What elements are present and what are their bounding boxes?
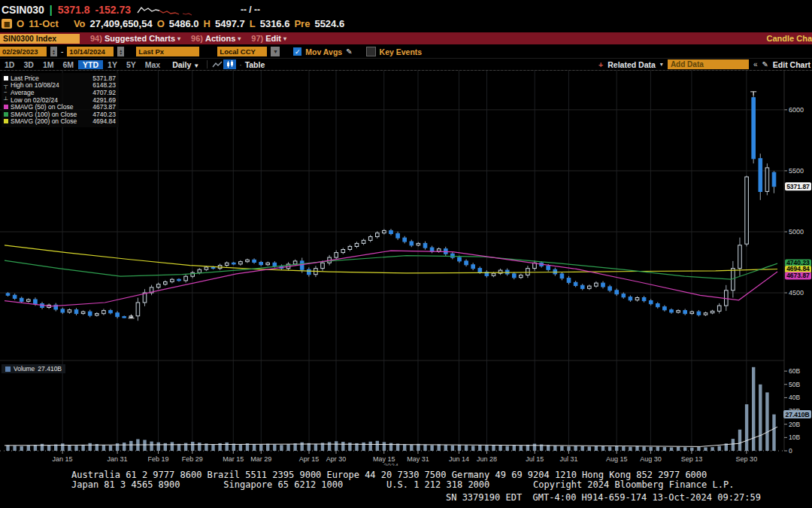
tick-indicator: |	[50, 4, 53, 16]
legend-row[interactable]: Last Price5371.87	[4, 75, 116, 82]
period-tab-1m[interactable]: 1M	[38, 60, 59, 69]
related-data-button[interactable]: Related Data	[607, 60, 656, 69]
volume-legend[interactable]: Volume 27.410B	[2, 364, 65, 373]
svg-text:Sep 30: Sep 30	[736, 455, 758, 463]
legend-row[interactable]: −Average4707.92	[4, 89, 116, 96]
period-tab-3d[interactable]: 3D	[19, 60, 38, 69]
svg-text:Jun 14: Jun 14	[449, 455, 469, 463]
svg-text:Jun 28: Jun 28	[477, 455, 497, 463]
svg-text:Sep 13: Sep 13	[681, 455, 703, 463]
legend-label: Average	[11, 89, 87, 96]
svg-text:Feb 29: Feb 29	[182, 455, 203, 463]
prev-value: 5524.6	[314, 18, 344, 29]
svg-text:Apr 15: Apr 15	[299, 455, 320, 463]
svg-text:4673.87: 4673.87	[786, 272, 810, 279]
period-tab-1y[interactable]: 1Y	[103, 60, 122, 69]
date-to-input[interactable]	[67, 47, 114, 56]
date-spinner[interactable]: ▲▼	[50, 47, 57, 56]
legend-label: High on 10/08/24	[11, 81, 87, 89]
smavg-line	[5, 256, 777, 280]
add-data-input[interactable]	[668, 59, 749, 69]
chevron-down-icon: ▾	[283, 35, 286, 42]
prev-label: Pre	[294, 18, 310, 29]
svg-text:40B: 40B	[789, 394, 800, 401]
legend-label: SMAVG (100) on Close	[11, 111, 87, 118]
line-chart-icon[interactable]	[211, 59, 223, 69]
mov-avgs-checkbox[interactable]: ✓	[293, 47, 301, 56]
quote-bar: CSIN030 | 5371.8 -152.73 -- / -- ▦ O 11-…	[0, 0, 812, 32]
menu-number: 96)	[191, 34, 203, 43]
svg-text:6000: 6000	[789, 106, 804, 114]
last-price: 5371.8	[58, 4, 90, 16]
table-button[interactable]: Table	[245, 60, 265, 69]
candlestick-chart[interactable]: Jan 15Jan 31Feb 19Feb 29Mar 15Mar 29Apr …	[0, 71, 812, 466]
date-from-input[interactable]	[0, 47, 47, 56]
legend-row[interactable]: SMAVG (100) on Close4740.23	[4, 111, 116, 118]
legend-label: Last Price	[11, 75, 87, 82]
high-label: H	[204, 18, 211, 29]
period-tab-max[interactable]: Max	[141, 60, 165, 69]
series-marker-icon: −	[4, 89, 11, 96]
grid-layer	[0, 71, 784, 451]
low-label: L	[250, 18, 256, 29]
legend-row[interactable]: SMAVG (50) on Close4673.87	[4, 103, 116, 111]
menu-label: Actions	[205, 34, 235, 43]
price-field-select[interactable]	[136, 47, 199, 56]
key-events-checkbox[interactable]	[366, 47, 376, 56]
menu-number: 97)	[251, 34, 263, 43]
legend-value: 4694.84	[87, 117, 116, 125]
legend-value: 4740.23	[87, 111, 116, 118]
menu-suggested-charts[interactable]: 94) Suggested Charts ▾	[90, 34, 180, 43]
period-tab-row: 1D3D1M6MYTD1Y5YMax Daily ▼ · Table + Rel…	[0, 59, 812, 71]
collapse-icon[interactable]: «	[753, 60, 758, 68]
command-bar: 94) Suggested Charts ▾ 96) Actions ▾ 97)…	[0, 32, 812, 44]
intraday-sparkline-icon	[136, 5, 196, 16]
svg-text:Feb 19: Feb 19	[148, 455, 169, 463]
monitor-icon[interactable]: ▦	[2, 19, 12, 29]
candle-chart-icon[interactable]	[223, 59, 236, 69]
footer-session-line: SN 3379190 EDT GMT-4:00 H914-659-174 13-…	[446, 492, 761, 503]
chevron-down-icon: ▾	[660, 61, 663, 68]
svg-text:Jan 31: Jan 31	[108, 455, 128, 463]
mov-avgs-label: Mov Avgs	[305, 47, 342, 56]
period-tab-6m[interactable]: 6M	[58, 60, 78, 69]
legend-value: 4707.92	[87, 89, 116, 96]
pencil-icon[interactable]: ✎	[346, 47, 352, 56]
legend-value: 6148.23	[87, 81, 116, 89]
menu-label: Edit	[265, 34, 281, 43]
currency-select[interactable]	[217, 47, 267, 56]
menu-actions[interactable]: 96) Actions ▾	[191, 34, 241, 43]
edit-chart-button[interactable]: Edit Chart	[773, 60, 810, 69]
quote-line-1: CSIN030 | 5371.8 -152.73 -- / --	[2, 4, 260, 16]
legend-row[interactable]: ┬High on 10/08/246148.23	[4, 82, 116, 90]
volume-label: Vo	[74, 18, 86, 29]
security-input[interactable]	[0, 34, 80, 44]
key-events-label: Key Events	[380, 47, 423, 56]
pencil-icon: ✎	[762, 60, 768, 68]
period-tab-1d[interactable]: 1D	[0, 60, 19, 69]
svg-text:60B: 60B	[789, 367, 800, 375]
legend-row[interactable]: SMAVG (200) on Close4694.84	[4, 118, 116, 126]
price-change: -152.73	[95, 4, 131, 16]
open-value: 5486.0	[169, 18, 199, 29]
legend-row[interactable]: ┴Low on 02/02/244291.69	[4, 96, 116, 104]
series-swatch-icon	[4, 76, 8, 81]
svg-text:5371.87: 5371.87	[786, 183, 810, 190]
series-marker-icon: ┬	[4, 82, 11, 89]
frequency-select[interactable]: Daily ▼	[172, 60, 199, 69]
currency-dropdown-icon[interactable]: ▼	[271, 47, 280, 56]
period-tab-5y[interactable]: 5Y	[122, 60, 141, 69]
menu-edit[interactable]: 97) Edit ▾	[251, 34, 286, 43]
svg-text:Mar 15: Mar 15	[223, 455, 244, 463]
footer-phone-line-2: Japan 81 3 4565 8900 Singapore 65 6212 1…	[71, 479, 734, 490]
quote-line-2: ▦ O 11-Oct Vo 27,409,650,54 O 5486.0 H 5…	[2, 18, 344, 29]
volume-legend-value: 27.410B	[38, 365, 62, 373]
high-value: 5497.7	[215, 18, 245, 29]
series-marker-icon: ┴	[4, 96, 11, 103]
period-tabs: 1D3D1M6MYTD1Y5YMax	[0, 60, 165, 69]
date-spinner[interactable]: ▲▼	[117, 47, 124, 56]
volume-value: 27,409,650,54	[90, 18, 153, 29]
chart-panel: Last Price5371.87┬High on 10/08/246148.2…	[0, 70, 812, 466]
period-tab-ytd[interactable]: YTD	[78, 60, 103, 69]
legend-value: 5371.87	[87, 75, 116, 82]
